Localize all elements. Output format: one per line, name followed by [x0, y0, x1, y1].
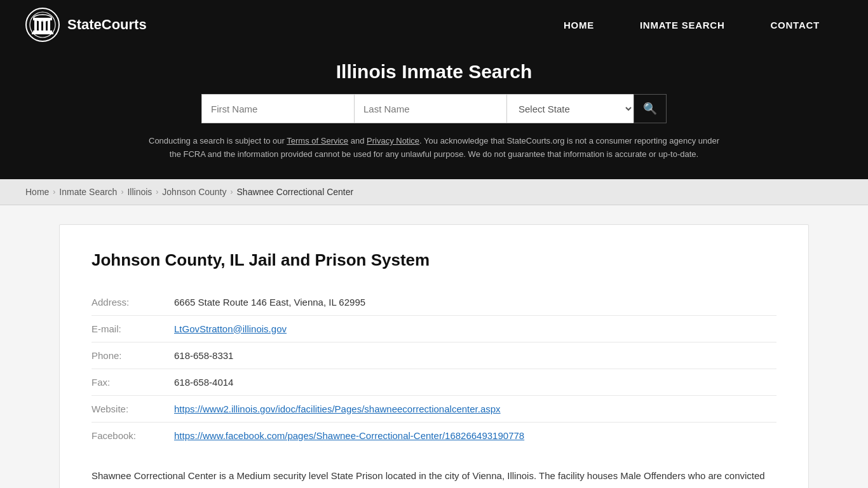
svg-rect-5	[48, 20, 50, 30]
breadcrumb-johnson-county[interactable]: Johnson County	[162, 187, 226, 197]
logo-link[interactable]: StateCourts	[25, 8, 147, 42]
svg-rect-2	[34, 20, 37, 30]
website-link[interactable]: https://www2.illinois.gov/idoc/facilitie…	[174, 403, 501, 414]
fax-label: Fax:	[92, 369, 174, 395]
search-button[interactable]: 🔍	[634, 94, 667, 123]
breadcrumb-sep-2: ›	[121, 187, 123, 196]
facility-title: Johnson County, IL Jail and Prison Syste…	[92, 250, 776, 270]
search-hero: Illinois Inmate Search Select State Alab…	[0, 50, 868, 179]
fax-row: Fax: 618-658-4014	[92, 369, 776, 395]
logo-icon	[25, 8, 60, 42]
state-select[interactable]: Select State Alabama Alaska Arizona Arka…	[506, 94, 634, 123]
content-card: Johnson County, IL Jail and Prison Syste…	[59, 224, 809, 488]
privacy-link[interactable]: Privacy Notice	[367, 136, 419, 146]
breadcrumb-sep-4: ›	[231, 187, 233, 196]
facebook-label: Facebook:	[92, 422, 174, 449]
breadcrumb-sep-3: ›	[156, 187, 158, 196]
info-table: Address: 6665 State Route 146 East, Vien…	[92, 289, 776, 449]
website-label: Website:	[92, 395, 174, 422]
phone-row: Phone: 618-658-8331	[92, 342, 776, 369]
terms-link[interactable]: Terms of Service	[287, 136, 348, 146]
main-nav: HOME INMATE SEARCH CONTACT	[541, 0, 843, 50]
email-row: E-mail: LtGovStratton@illinois.gov	[92, 315, 776, 342]
website-value: https://www2.illinois.gov/idoc/facilitie…	[174, 395, 776, 422]
breadcrumb: Home › Inmate Search › Illinois › Johnso…	[0, 179, 868, 205]
nav-home[interactable]: HOME	[541, 0, 617, 50]
svg-rect-3	[39, 20, 41, 30]
breadcrumb-current: Shawnee Correctional Center	[237, 187, 354, 197]
facility-description: Shawnee Correctional Center is a Medium …	[92, 468, 776, 488]
email-label: E-mail:	[92, 315, 174, 342]
first-name-input[interactable]	[201, 94, 354, 123]
breadcrumb-home[interactable]: Home	[25, 187, 49, 197]
logo-text: StateCourts	[67, 17, 147, 33]
facebook-value: https://www.facebook.com/pages/Shawnee-C…	[174, 422, 776, 449]
phone-value: 618-658-8331	[174, 342, 776, 369]
email-value: LtGovStratton@illinois.gov	[174, 315, 776, 342]
breadcrumb-illinois[interactable]: Illinois	[127, 187, 152, 197]
main-content: Johnson County, IL Jail and Prison Syste…	[0, 205, 868, 488]
search-bar: Select State Alabama Alaska Arizona Arka…	[0, 94, 868, 123]
search-icon: 🔍	[643, 102, 657, 116]
facebook-link[interactable]: https://www.facebook.com/pages/Shawnee-C…	[174, 430, 524, 441]
nav-inmate-search[interactable]: INMATE SEARCH	[617, 0, 748, 50]
breadcrumb-sep-1: ›	[53, 187, 55, 196]
description-part1: Shawnee Correctional Center is a Medium …	[92, 470, 765, 488]
breadcrumb-inmate-search[interactable]: Inmate Search	[59, 187, 117, 197]
address-row: Address: 6665 State Route 146 East, Vien…	[92, 289, 776, 316]
hero-title: Illinois Inmate Search	[0, 61, 868, 83]
phone-label: Phone:	[92, 342, 174, 369]
svg-rect-8	[32, 32, 53, 34]
nav-contact[interactable]: CONTACT	[748, 0, 843, 50]
svg-point-0	[26, 8, 59, 41]
header: StateCourts HOME INMATE SEARCH CONTACT	[0, 0, 868, 50]
address-label: Address:	[92, 289, 174, 316]
svg-rect-4	[43, 20, 46, 30]
facebook-row: Facebook: https://www.facebook.com/pages…	[92, 422, 776, 449]
website-row: Website: https://www2.illinois.gov/idoc/…	[92, 395, 776, 422]
last-name-input[interactable]	[354, 94, 506, 123]
fax-value: 618-658-4014	[174, 369, 776, 395]
email-link[interactable]: LtGovStratton@illinois.gov	[174, 323, 287, 334]
disclaimer-text: Conducting a search is subject to our Te…	[148, 135, 720, 161]
address-value: 6665 State Route 146 East, Vienna, IL 62…	[174, 289, 776, 316]
svg-rect-7	[33, 30, 52, 32]
